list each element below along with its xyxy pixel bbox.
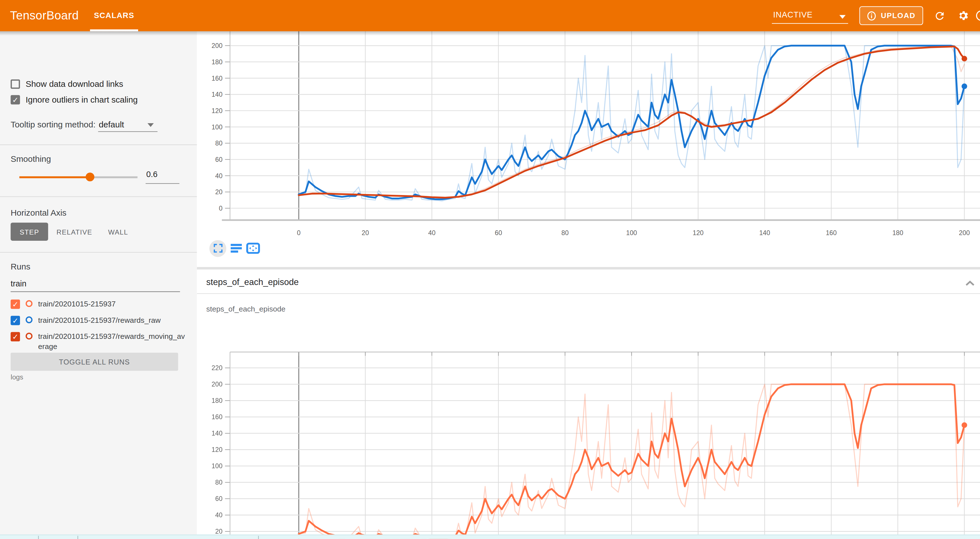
svg-text:140: 140 (212, 430, 223, 437)
svg-text:120: 120 (693, 229, 703, 236)
tab-scalars[interactable]: SCALARS (90, 0, 138, 31)
run-label: train/20201015-215937/rewards_raw (38, 315, 161, 325)
tensorboard-app: TensorBoard SCALARS INACTIVE UPLOAD (0, 0, 980, 539)
run-row[interactable]: ✓train/20201015-215937/rewards_moving_av… (11, 332, 186, 352)
runs-filter-underline (11, 292, 180, 292)
smoothing-slider-fill (19, 177, 91, 178)
svg-text:20: 20 (362, 229, 369, 236)
svg-text:100: 100 (212, 123, 223, 131)
app-title: TensorBoard (10, 9, 79, 22)
run-checkbox[interactable]: ✓ (11, 300, 20, 309)
smoothing-label: Smoothing (11, 155, 51, 164)
svg-text:120: 120 (212, 107, 223, 115)
svg-text:180: 180 (212, 397, 223, 404)
svg-text:0: 0 (297, 229, 301, 236)
chevron-up-icon[interactable] (965, 277, 975, 289)
checkbox-icon: ✓ (11, 95, 20, 104)
svg-text:20: 20 (215, 188, 223, 196)
expand-chart-button[interactable] (209, 240, 226, 257)
runs-filter-input[interactable] (11, 279, 180, 288)
svg-text:60: 60 (495, 229, 502, 236)
scrollbar-tick (78, 536, 78, 539)
bottom-scrollbar[interactable] (0, 534, 980, 539)
fit-domain-button[interactable] (246, 243, 260, 254)
svg-text:120: 120 (212, 446, 223, 453)
scrollbar-tick (38, 536, 38, 539)
run-label: train/20201015-215937 (38, 299, 116, 309)
run-checkbox[interactable]: ✓ (11, 316, 20, 325)
tab-active-underline (90, 29, 138, 31)
smoothing-slider-thumb[interactable] (86, 172, 95, 181)
run-radio[interactable] (25, 316, 32, 323)
status-dropdown-underline (772, 23, 848, 24)
divider (0, 144, 197, 145)
svg-text:160: 160 (212, 413, 223, 421)
tooltip-sorting-label: Tooltip sorting method: (11, 120, 95, 129)
checkbox-icon (11, 80, 20, 89)
steps-chart[interactable]: 020406080100120140160180200220 (197, 329, 980, 539)
settings-gear-icon[interactable] (956, 8, 970, 23)
svg-text:80: 80 (561, 229, 569, 236)
svg-text:40: 40 (215, 172, 223, 180)
svg-text:180: 180 (892, 229, 904, 236)
settings-sidebar: Show data download links ✓ Ignore outlie… (0, 31, 197, 539)
chart-card-title: steps_of_each_episode (206, 305, 285, 313)
runs-menu-icon (231, 243, 242, 253)
smoothing-value-input[interactable]: 0.6 (146, 169, 158, 179)
svg-text:140: 140 (212, 91, 223, 98)
svg-text:80: 80 (215, 140, 223, 147)
run-radio[interactable] (25, 300, 32, 307)
svg-text:160: 160 (826, 229, 837, 236)
svg-text:180: 180 (212, 58, 223, 66)
fit-data-icon (246, 243, 260, 254)
section-header-steps[interactable]: steps_of_each_episode (197, 270, 980, 294)
divider (0, 196, 197, 197)
axis-button-wall[interactable]: WALL (102, 223, 134, 241)
section-title: steps_of_each_episode (206, 277, 299, 287)
checkbox-ignore-outliers[interactable]: ✓ Ignore outliers in chart scaling (11, 95, 138, 104)
upload-button[interactable]: UPLOAD (859, 6, 923, 25)
svg-text:220: 220 (212, 364, 223, 372)
checkbox-label: Show data download links (25, 80, 123, 89)
svg-text:80: 80 (215, 479, 223, 486)
svg-text:100: 100 (626, 229, 637, 236)
smoothing-value-underline (146, 183, 180, 184)
checkbox-show-download-links[interactable]: Show data download links (11, 80, 123, 89)
run-row[interactable]: ✓train/20201015-215937 (11, 299, 186, 309)
svg-text:60: 60 (215, 495, 223, 502)
expand-icon (213, 243, 223, 253)
checkbox-label: Ignore outliers in chart scaling (25, 95, 138, 104)
info-icon (867, 11, 876, 20)
svg-text:140: 140 (759, 229, 770, 236)
main-content: 0204060801001201401601802000204060801001… (197, 31, 980, 539)
rewards-chart[interactable]: 0204060801001201401601802000204060801001… (197, 31, 980, 244)
run-label: train/20201015-215937/rewards_moving_ave… (38, 332, 186, 352)
horizontal-axis-label: Horizontal Axis (11, 208, 67, 218)
toggle-all-runs-button[interactable]: TOGGLE ALL RUNS (11, 352, 178, 371)
svg-text:200: 200 (959, 229, 970, 236)
help-icon[interactable]: ? (974, 8, 980, 23)
tooltip-sorting-dropdown[interactable]: default (99, 120, 124, 129)
chart-toolbar (209, 239, 260, 258)
chevron-down-icon (839, 15, 846, 19)
svg-text:0: 0 (219, 205, 223, 212)
app-header: TensorBoard SCALARS INACTIVE UPLOAD (0, 0, 980, 31)
run-row[interactable]: ✓train/20201015-215937/rewards_raw (11, 315, 186, 325)
divider (0, 252, 197, 253)
runs-selector-button[interactable] (231, 243, 242, 253)
svg-text:200: 200 (212, 42, 223, 49)
svg-text:100: 100 (212, 462, 223, 470)
svg-text:60: 60 (215, 156, 223, 163)
svg-text:40: 40 (215, 511, 223, 519)
svg-text:40: 40 (428, 229, 436, 236)
status-dropdown[interactable]: INACTIVE (773, 10, 848, 24)
axis-button-step[interactable]: STEP (11, 223, 48, 241)
refresh-icon[interactable] (932, 8, 947, 23)
run-checkbox[interactable]: ✓ (11, 332, 20, 341)
axis-button-relative[interactable]: RELATIVE (56, 223, 93, 241)
chevron-down-icon (147, 123, 154, 127)
tooltip-sorting-underline (98, 131, 158, 132)
run-radio[interactable] (25, 333, 32, 340)
upload-button-label: UPLOAD (881, 11, 915, 20)
scrollbar-tick (258, 536, 259, 539)
